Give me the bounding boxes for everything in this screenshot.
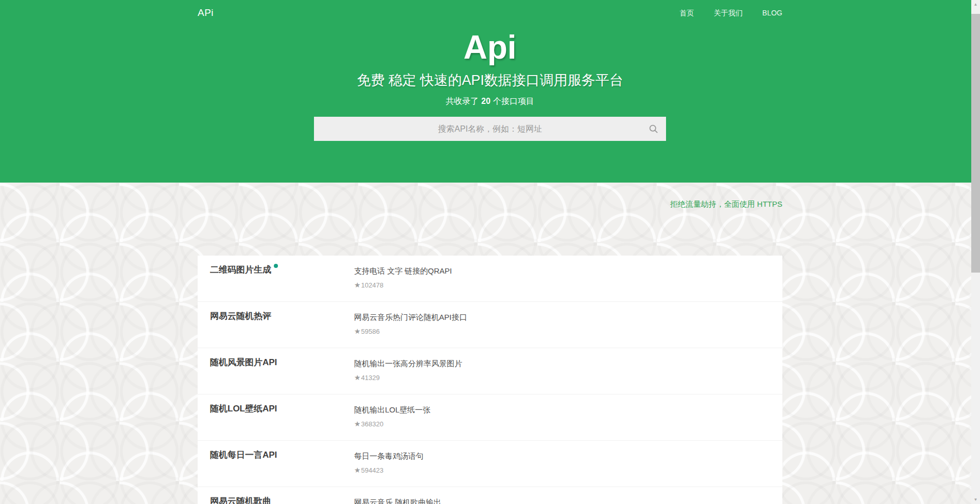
page-subtitle: 免费 稳定 快速的API数据接口调用服务平台 [0, 71, 980, 89]
api-title-column: 网易云随机歌曲 [210, 487, 354, 504]
stats-count: 20 [481, 97, 491, 105]
star-icon: ★ [354, 420, 361, 428]
notice-row: 拒绝流量劫持，全面使用 HTTPS [198, 183, 782, 210]
api-description: 网易云音乐热门评论随机API接口 [354, 313, 770, 322]
api-desc-column: 网易云音乐热门评论随机API接口 ★59586 [354, 302, 770, 348]
star-count-value: 59586 [361, 328, 380, 335]
api-title[interactable]: 网易云随机歌曲 [210, 496, 271, 504]
new-dot-badge [274, 264, 278, 268]
https-notice-link[interactable]: 拒绝流量劫持，全面使用 HTTPS [670, 200, 782, 208]
hero-header: APi 首页 关于我们 BLOG Api 免费 稳定 快速的API数据接口调用服… [0, 0, 980, 183]
api-title[interactable]: 随机风景图片API [210, 357, 277, 367]
nav-home[interactable]: 首页 [679, 9, 694, 17]
search-box [314, 117, 666, 141]
star-icon: ★ [354, 281, 361, 289]
api-list-item[interactable]: 网易云随机热评 网易云音乐热门评论随机API接口 ★59586 [198, 302, 782, 348]
api-title-column: 随机LOL壁纸API [210, 394, 354, 440]
star-count: ★41329 [354, 373, 770, 382]
api-title-column: 二维码图片生成 [210, 256, 354, 301]
star-count-value: 41329 [361, 374, 380, 382]
scrollbar-up-arrow[interactable]: ▲ [971, 0, 980, 9]
api-list-item[interactable]: 随机每日一言API 每日一条毒鸡汤语句 ★594423 [198, 441, 782, 487]
api-title[interactable]: 随机LOL壁纸API [210, 404, 277, 413]
scrollbar-thumb[interactable] [971, 14, 980, 273]
star-icon: ★ [354, 466, 361, 474]
star-count-value: 594423 [361, 466, 383, 474]
api-title-column: 随机风景图片API [210, 348, 354, 394]
logo[interactable]: APi [198, 7, 214, 19]
api-desc-column: 随机输出一张高分辨率风景图片 ★41329 [354, 348, 770, 394]
star-count: ★102478 [354, 281, 770, 289]
nav-about[interactable]: 关于我们 [714, 9, 743, 17]
star-count: ★368320 [354, 420, 770, 428]
api-description: 随机输出LOL壁纸一张 [354, 405, 770, 415]
main-nav: 首页 关于我们 BLOG [662, 8, 782, 18]
scrollbar-down-arrow[interactable]: ▼ [971, 495, 980, 504]
stats-line: 共收录了20个接口项目 [0, 96, 980, 107]
api-list-item[interactable]: 随机风景图片API 随机输出一张高分辨率风景图片 ★41329 [198, 348, 782, 394]
api-title-column: 随机每日一言API [210, 441, 354, 487]
api-description: 网易云音乐 随机歌曲输出 [354, 498, 770, 504]
star-count-value: 368320 [361, 420, 383, 428]
api-description: 每日一条毒鸡汤语句 [354, 452, 770, 461]
api-description: 随机输出一张高分辨率风景图片 [354, 359, 770, 369]
api-desc-column: 支持电话 文字 链接的QRAPI ★102478 [354, 256, 770, 301]
api-list-item[interactable]: 随机LOL壁纸API 随机输出LOL壁纸一张 ★368320 [198, 394, 782, 441]
api-description: 支持电话 文字 链接的QRAPI [354, 266, 770, 276]
stats-prefix: 共收录了 [446, 97, 479, 105]
api-title[interactable]: 随机每日一言API [210, 450, 277, 460]
api-desc-column: 网易云音乐 随机歌曲输出 [354, 487, 770, 504]
page-title: Api [0, 31, 980, 64]
star-count: ★59586 [354, 327, 770, 335]
main-section: 拒绝流量劫持，全面使用 HTTPS 二维码图片生成 支持电话 文字 链接的QRA… [0, 183, 980, 504]
search-icon[interactable] [649, 124, 658, 134]
api-list-panel: 二维码图片生成 支持电话 文字 链接的QRAPI ★102478 网易云随机热评… [198, 256, 782, 504]
nav-blog[interactable]: BLOG [762, 9, 782, 17]
star-count-value: 102478 [361, 281, 383, 289]
star-icon: ★ [354, 373, 361, 382]
scrollbar[interactable]: ▲ ▼ [971, 0, 980, 504]
search-input[interactable] [314, 117, 666, 141]
navbar: APi 首页 关于我们 BLOG [198, 0, 782, 19]
api-list-item[interactable]: 网易云随机歌曲 网易云音乐 随机歌曲输出 [198, 487, 782, 504]
api-title-column: 网易云随机热评 [210, 302, 354, 348]
api-desc-column: 随机输出LOL壁纸一张 ★368320 [354, 394, 770, 440]
api-title[interactable]: 二维码图片生成 [210, 265, 271, 275]
stats-suffix: 个接口项目 [493, 97, 534, 105]
api-list-item[interactable]: 二维码图片生成 支持电话 文字 链接的QRAPI ★102478 [198, 256, 782, 302]
api-desc-column: 每日一条毒鸡汤语句 ★594423 [354, 441, 770, 487]
star-count: ★594423 [354, 466, 770, 474]
star-icon: ★ [354, 327, 361, 335]
api-title[interactable]: 网易云随机热评 [210, 311, 271, 321]
